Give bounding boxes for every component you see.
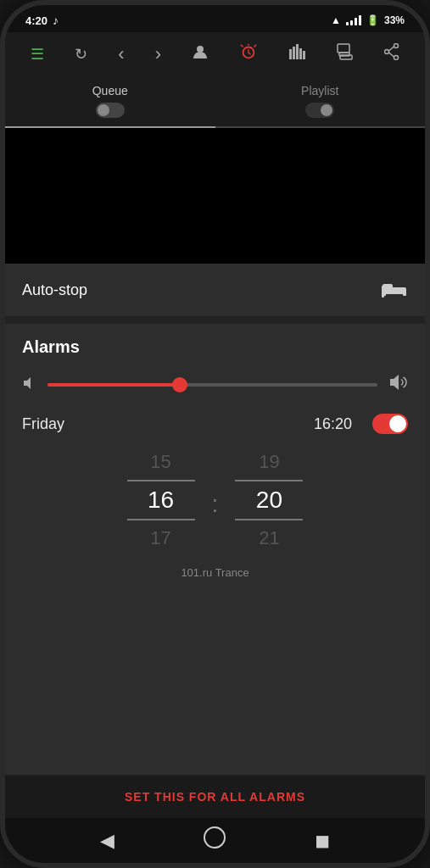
svg-rect-18 — [403, 291, 406, 296]
tab-queue[interactable]: Queue — [5, 75, 215, 126]
alarm-time-toggle: 16:20 — [314, 414, 408, 434]
signal-icon — [346, 15, 361, 25]
station-name: 101.ru Trance — [22, 566, 408, 579]
auto-stop-section: Auto-stop — [5, 264, 425, 317]
status-left: 4:20 ♪ — [25, 14, 59, 27]
volume-low-icon — [22, 376, 37, 394]
svg-rect-2 — [289, 49, 292, 59]
auto-stop-label: Auto-stop — [22, 281, 87, 299]
alarm-icon[interactable] — [234, 39, 263, 69]
bed-icon — [381, 277, 408, 303]
phone-shell: 4:20 ♪ ▲ 🔋 33% ☰ ↻ ‹ › — [0, 0, 430, 868]
svg-rect-3 — [293, 47, 295, 59]
svg-point-10 — [394, 44, 398, 48]
alarm-row: Friday 16:20 — [22, 414, 408, 434]
nav-home-button[interactable] — [204, 826, 226, 854]
alarm-enabled-toggle[interactable] — [372, 414, 408, 434]
main-content: Auto-stop Alarms — [5, 264, 425, 775]
svg-rect-9 — [339, 53, 349, 56]
svg-rect-5 — [299, 48, 302, 59]
minutes-current[interactable]: 20 — [235, 480, 303, 520]
tab-playlist[interactable]: Playlist — [215, 75, 426, 126]
music-note-icon: ♪ — [53, 14, 59, 27]
set-all-label: SET THIS FOR ALL ALARMS — [125, 790, 305, 804]
svg-rect-19 — [382, 286, 384, 298]
battery-label: 33% — [384, 14, 405, 26]
svg-point-0 — [197, 46, 204, 53]
svg-marker-20 — [24, 377, 31, 389]
volume-slider[interactable] — [47, 383, 377, 387]
hours-prev[interactable]: 15 — [133, 448, 187, 476]
notch — [181, 5, 249, 14]
svg-point-22 — [204, 827, 225, 848]
hours-current[interactable]: 16 — [127, 480, 195, 520]
hours-column: 15 16 17 — [127, 448, 195, 553]
devices-icon[interactable] — [332, 40, 359, 68]
alarm-time: 16:20 — [314, 415, 352, 433]
forward-icon[interactable]: › — [150, 40, 166, 69]
svg-line-14 — [388, 47, 394, 51]
bottom-nav: ◀ ◼ — [5, 818, 425, 863]
hours-next[interactable]: 17 — [133, 524, 187, 553]
svg-point-11 — [384, 50, 388, 54]
volume-high-icon — [388, 372, 408, 397]
nav-bar: ☰ ↻ ‹ › — [5, 32, 425, 75]
status-right: ▲ 🔋 33% — [331, 14, 405, 26]
share-icon[interactable] — [379, 40, 405, 68]
divider — [5, 317, 425, 324]
status-time: 4:20 — [25, 14, 47, 27]
time-colon: : — [209, 491, 222, 518]
menu-icon[interactable]: ☰ — [25, 42, 49, 67]
alarm-day: Friday — [22, 415, 64, 433]
equalizer-icon[interactable] — [284, 41, 311, 67]
volume-row — [22, 372, 408, 397]
svg-marker-21 — [390, 375, 399, 390]
time-picker: 15 16 17 : 19 20 21 — [22, 448, 408, 553]
wifi-icon: ▲ — [331, 14, 341, 26]
alarms-section: Alarms — [5, 324, 425, 775]
minutes-next[interactable]: 21 — [242, 524, 296, 553]
playlist-toggle[interactable] — [305, 103, 334, 118]
alarms-title: Alarms — [22, 337, 408, 357]
svg-point-12 — [394, 56, 398, 60]
content-area — [5, 128, 425, 264]
nav-recent-button[interactable]: ◼ — [315, 830, 330, 852]
battery-icon: 🔋 — [366, 14, 379, 26]
minutes-prev[interactable]: 19 — [242, 448, 296, 476]
nav-back-button[interactable]: ◀ — [100, 830, 114, 852]
set-all-alarms-button[interactable]: SET THIS FOR ALL ALARMS — [5, 775, 425, 818]
minutes-column: 19 20 21 — [235, 448, 303, 553]
refresh-icon[interactable]: ↻ — [70, 42, 92, 67]
svg-rect-4 — [296, 44, 299, 59]
svg-rect-6 — [303, 51, 305, 59]
svg-line-13 — [388, 53, 394, 57]
svg-rect-7 — [338, 44, 349, 53]
tabs: Queue Playlist — [5, 75, 425, 126]
profile-icon[interactable] — [187, 40, 214, 68]
queue-toggle[interactable] — [96, 103, 125, 118]
back-icon[interactable]: ‹ — [113, 40, 129, 69]
